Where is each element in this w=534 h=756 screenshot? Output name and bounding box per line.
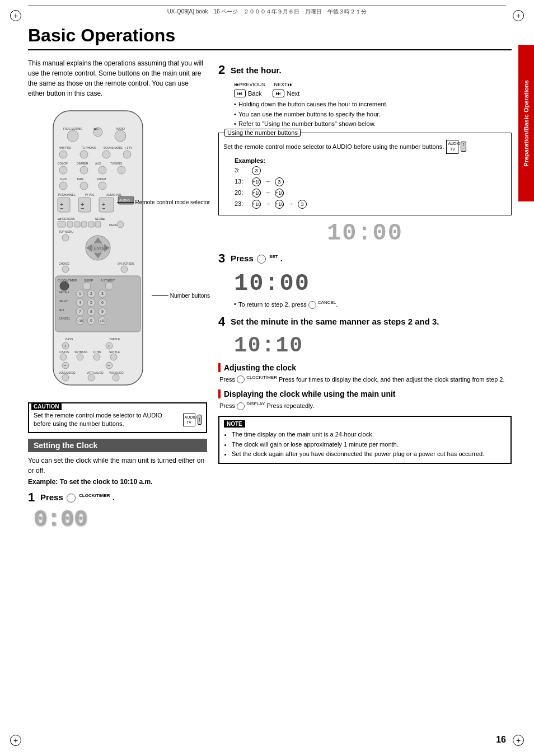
fwd-btn[interactable] [81,222,87,227]
svg-text:+: + [64,344,67,349]
adjusting-clock-text: Press CLOCK/TIMER Press four times to di… [219,374,512,384]
displaying-clock-text: Press DISPLAY Press repeatedly. [219,401,512,410]
svg-text:−: − [102,205,105,212]
srttle-btn[interactable] [110,354,117,360]
displaying-clock-title: Displaying the clock while using the mai… [218,389,512,398]
next-btn[interactable] [95,222,101,227]
main-content: Basic Operations This manual explains th… [28,25,512,734]
tvsio-btn[interactable] [118,166,125,174]
step2-num: 2 [218,63,225,77]
svg-text:−: − [81,205,84,212]
remote-image-area: FADE MUTING ⏻/1 AUDIO AHB PRO TO PHONO S… [31,105,204,398]
astndby-btn[interactable] [105,282,113,290]
dbass-btn[interactable] [60,354,67,360]
rew-btn[interactable] [74,222,80,227]
note-item-2: The clock will gain or lose approximatel… [232,440,506,450]
sound-mode-btn[interactable] [102,151,110,158]
tv-btn[interactable] [123,151,131,158]
svg-text:⏮PREVIOUS: ⏮PREVIOUS [58,217,76,220]
svg-text:TV/S/EIO: TV/S/EIO [110,162,122,165]
selector-icon-2: ↑ [461,142,466,152]
vocal-eq-btn[interactable] [113,374,119,381]
svg-text:TV VOL: TV VOL [85,193,95,196]
audiovol-btn[interactable] [99,198,114,212]
audio-tv-selector-icon: AUDIOTV [183,414,195,427]
svg-text:VOLUME/EQ: VOLUME/EQ [59,371,76,374]
choice-btn[interactable] [62,266,69,273]
step-3: 3 Press SET . [218,251,512,266]
svg-text:RECALL: RECALL [59,290,70,294]
top-meta: UX-Q09[A].book 16 ページ ２０００４年９月６日 月曜日 午後３… [28,6,506,16]
step2-bullet3: Refer to "Using the number buttons" show… [234,119,512,129]
displaying-clock-section: Displaying the clock while using the mai… [218,389,512,410]
step2-btn-icons: ⏮ Back ⏭ Next [234,90,512,97]
svg-text:D.TBL: D.TBL [93,350,101,354]
menu-btn[interactable] [117,221,124,228]
step2-time-display: 10:00 [218,220,512,247]
display-btn-icon [237,402,245,410]
step2-nav-icons: ⏮PREVIOUS NEXT⏭ [234,82,512,87]
color-btn[interactable] [59,166,67,174]
svg-text:VIRTUAL/EQ: VIRTUAL/EQ [87,371,104,374]
dimmer-btn[interactable] [80,166,88,174]
top-menu-btn[interactable] [62,234,69,241]
ahb-pro-btn[interactable] [59,151,67,158]
number-buttons-text: Set the remote control mode selector to … [223,142,444,152]
tape-btn[interactable] [80,182,88,190]
svg-text:2: 2 [90,292,92,295]
note-item-1: The time display on the main unit is a 2… [232,430,506,440]
intro-text: This manual explains the operations assu… [28,58,207,98]
svg-text:FADE MUTING: FADE MUTING [63,127,82,130]
page-container: UX-Q09[A].book 16 ページ ２０００４年９月６日 月曜日 午後３… [0,0,534,756]
svg-text:9: 9 [101,309,104,313]
clock-intro-text: You can set the clock while the main uni… [28,456,207,476]
step1-action: Press CLOCK/TIMER . [40,492,115,503]
aux-btn[interactable] [99,166,106,174]
sleep-btn[interactable] [83,282,91,290]
step2-bullet2: You can use the number buttons to specif… [234,110,512,120]
dvd-btn[interactable] [59,182,67,190]
back-icon[interactable]: ⏮ [234,90,246,97]
virtual-eq-btn[interactable] [88,374,95,381]
example-row-2: 13: +10 → 3 [235,176,507,187]
remote-numbers-label-text: Number buttons [170,293,210,299]
svg-text:−: − [60,205,63,212]
ff-btn[interactable] [88,222,94,227]
svg-text:+: + [107,344,110,349]
srtbass-btn[interactable] [77,354,83,360]
number-buttons-box: Using the number buttons Set the remote … [218,133,512,216]
svg-text:4: 4 [79,300,81,304]
svg-text:8: 8 [90,309,92,313]
stop-btn[interactable] [67,222,73,227]
clock-example-label: Example: To set the clock to 10:10 a.m. [28,478,207,486]
prev-btn[interactable] [58,222,65,227]
caution-label: CAUTION [31,403,62,410]
fmam-btn[interactable] [99,182,106,190]
fade-muting-btn[interactable] [67,130,78,142]
caution-text: Set the remote control mode selector to … [34,411,202,429]
next-icon[interactable]: ⏭ [273,90,284,97]
vol-eq-btn[interactable] [62,374,69,381]
step3-title: Press SET . [231,253,283,264]
remote-numbers-label: Number buttons [152,293,210,299]
audio-btn[interactable] [115,130,126,142]
step2-bullets: Holding down the button causes the hour … [234,100,512,129]
svg-text:MENU: MENU [109,223,118,227]
svg-text:FM/AM: FM/AM [97,177,106,181]
svg-text:CHOICE: CHOICE [59,262,70,265]
svg-text:ENTER: ENTER [94,246,107,250]
svg-text:COLOR: COLOR [58,162,68,165]
on-screen-btn[interactable] [121,266,128,273]
clock-timer-btn[interactable] [60,281,69,290]
cancel-icon [308,301,316,309]
svg-text:1: 1 [79,292,81,295]
note-box: NOTE The time display on the main unit i… [218,416,512,464]
step2-title: Set the hour. [231,65,282,75]
phono-btn[interactable] [80,151,88,158]
step4-title: Set the minute in the same manner as ste… [231,317,439,326]
svg-text:5: 5 [90,300,92,304]
clock-timer-superscript: CLOCK/TIMER [79,493,110,498]
corner-mark-br [513,735,524,746]
right-column: 2 Set the hour. ⏮PREVIOUS NEXT⏭ ⏮ Back ⏭… [218,58,512,537]
dtbl-btn[interactable] [93,354,100,360]
